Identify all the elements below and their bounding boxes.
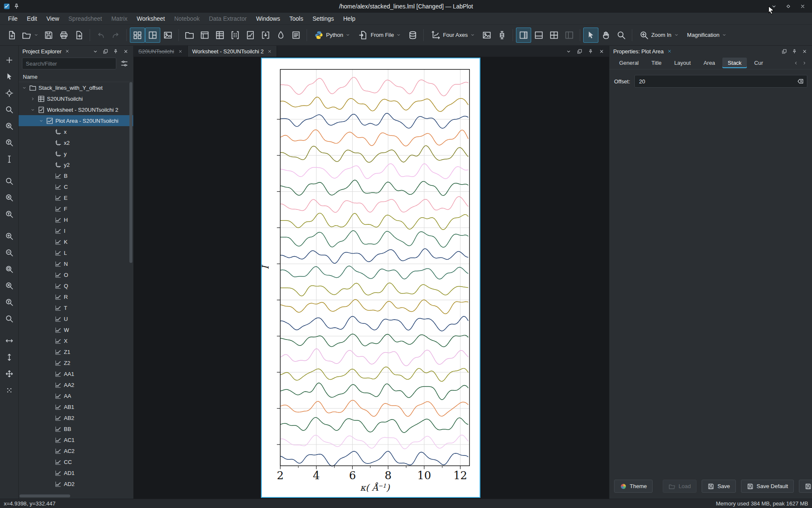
properties-tab-general[interactable]: General [614, 58, 644, 68]
dock-pin-button[interactable] [112, 48, 119, 55]
zoom-fit-tool[interactable] [4, 314, 14, 324]
shift-horizontal-tool[interactable] [4, 336, 14, 346]
curve-O[interactable] [280, 231, 469, 247]
menu-windows[interactable]: Windows [251, 14, 285, 23]
dock-chevron-down-button[interactable] [92, 48, 99, 55]
curve-B[interactable] [280, 77, 469, 96]
search-input[interactable] [22, 58, 116, 69]
properties-tab-area[interactable]: Area [698, 58, 720, 68]
tree-item-cc[interactable]: CC [19, 456, 133, 467]
new-spreadsheet-button[interactable] [212, 28, 228, 43]
shift-vertical-tool[interactable] [4, 352, 14, 362]
import-sql-button[interactable] [405, 28, 420, 43]
save-button[interactable]: Save [702, 480, 736, 493]
tree-item-r[interactable]: R [19, 291, 133, 302]
menu-matrix[interactable]: Matrix [107, 14, 132, 23]
menu-data-extractor[interactable]: Data Extractor [204, 14, 251, 23]
menu-spreadsheet[interactable]: Spreadsheet [64, 14, 107, 23]
new-live-data-button[interactable] [258, 28, 273, 43]
tree-item-ac1[interactable]: AC1 [19, 434, 133, 445]
load-button[interactable]: Load [663, 480, 697, 493]
tree-item-u[interactable]: U [19, 313, 133, 324]
curve-C[interactable] [280, 97, 469, 111]
dock-close-button[interactable] [122, 48, 129, 55]
curve-L[interactable] [280, 196, 469, 212]
curve-K[interactable] [280, 180, 469, 196]
print-preview-button[interactable] [71, 28, 87, 43]
tab-worksheet-s20untsoilchi-2[interactable]: Worksheet - S20UNTsoilchi 2 [188, 46, 277, 57]
save-default-button[interactable]: Save Default [741, 480, 794, 493]
curve-AB2[interactable] [280, 451, 469, 466]
tree-vertical-scrollbar[interactable] [129, 82, 133, 493]
select-tool[interactable] [4, 72, 14, 82]
tree-item-e[interactable]: E [19, 192, 133, 203]
dock-float-button[interactable] [781, 48, 788, 55]
move-tool[interactable] [4, 369, 14, 379]
menu-worksheet[interactable]: Worksheet [132, 14, 170, 23]
curve-R[interactable] [280, 266, 469, 279]
tree-item-aa1[interactable]: AA1 [19, 368, 133, 379]
curve-T[interactable] [280, 283, 469, 296]
dock-layout-left-button[interactable] [562, 28, 577, 43]
curve-AA1[interactable] [280, 383, 469, 400]
expand-arrow-icon[interactable] [39, 119, 44, 123]
zoom-out-tool[interactable] [4, 248, 14, 258]
zoom-x-region-tool[interactable] [4, 193, 14, 203]
tree-item-z2[interactable]: Z2 [19, 357, 133, 368]
tree-item-ab1[interactable]: AB1 [19, 401, 133, 412]
dock-close-button[interactable] [667, 48, 672, 54]
new-workbook-button[interactable] [197, 28, 212, 43]
print-button[interactable] [56, 28, 71, 43]
properties-tab-title[interactable]: Title [646, 58, 667, 68]
curve-N[interactable] [280, 213, 469, 229]
menu-tools[interactable]: Tools [285, 14, 308, 23]
add-boxplot-button[interactable] [494, 28, 510, 43]
add-plot-tool[interactable] [4, 55, 14, 65]
tree-item-n[interactable]: N [19, 258, 133, 269]
redo-button[interactable] [108, 28, 123, 43]
maximize-button[interactable] [782, 2, 794, 11]
clear-offset-button[interactable] [797, 77, 804, 85]
tree-item-c[interactable]: C [19, 181, 133, 192]
tabbar-chevron-down-button[interactable] [565, 48, 572, 55]
crosshair-tool[interactable] [4, 88, 14, 98]
tree-item-x[interactable]: X [19, 335, 133, 346]
theme-button[interactable]: Theme [614, 480, 653, 493]
tab-close-icon[interactable] [178, 49, 183, 54]
dock-close-button[interactable] [801, 48, 808, 55]
curve-E[interactable] [280, 113, 469, 128]
tree-item-z1[interactable]: Z1 [19, 346, 133, 357]
tab-close-icon[interactable] [267, 49, 272, 54]
tree-item-i[interactable]: I [19, 225, 133, 236]
properties-tab-layout[interactable]: Layout [669, 58, 696, 68]
zoom-fit-x-tool[interactable] [4, 281, 14, 291]
zoom-in-button[interactable]: Zoom In [635, 28, 683, 43]
dock-close-button[interactable] [64, 48, 70, 54]
tree-item-ab2[interactable]: AB2 [19, 412, 133, 423]
new-matrix-button[interactable] [228, 28, 243, 43]
zoom-y-select-tool[interactable] [4, 138, 14, 148]
tree-item-y[interactable]: y [19, 148, 133, 159]
curve-Q[interactable] [280, 248, 469, 263]
properties-tab-cur[interactable]: Cur [749, 58, 765, 68]
expand-arrow-icon[interactable] [30, 108, 35, 112]
zoom-y-region-tool[interactable] [4, 209, 14, 219]
save-project-button[interactable] [41, 28, 56, 43]
tree-item-t[interactable]: T [19, 302, 133, 313]
tree-item-x2[interactable]: x2 [19, 137, 133, 148]
tree-item-w[interactable]: W [19, 324, 133, 335]
new-note-button[interactable] [288, 28, 304, 43]
dock-pin-button[interactable] [791, 48, 798, 55]
curve-AB1[interactable] [280, 435, 469, 449]
menu-help[interactable]: Help [338, 14, 360, 23]
tree-item-plot-area-s20untsoilchi[interactable]: Plot Area - S20UNTsoilchi [19, 115, 133, 126]
new-folder-button[interactable] [182, 28, 197, 43]
import-from-file-button[interactable]: From File [354, 28, 405, 43]
dock-layout-bottom-button[interactable] [531, 28, 546, 43]
scroll-tabs-right-button[interactable] [801, 59, 808, 66]
add-image-button[interactable] [479, 28, 494, 43]
select-mode-button[interactable] [583, 28, 598, 43]
plot-area-figure[interactable]: 24681012κ( Å−1)I [262, 58, 480, 497]
tree-item-l[interactable]: L [19, 247, 133, 258]
split-windows-button[interactable] [145, 28, 160, 43]
